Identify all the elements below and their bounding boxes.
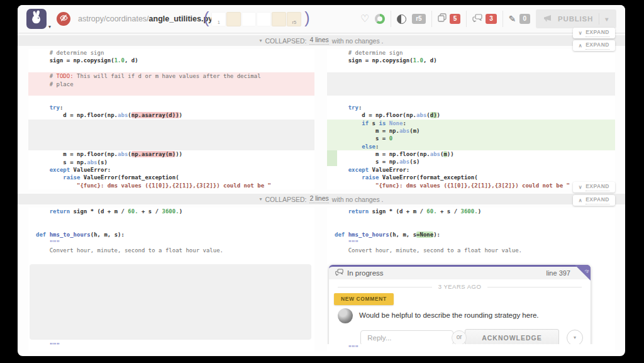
chevron-up-icon: ∧ bbox=[579, 198, 582, 203]
publish-caret-icon[interactable]: ▾ bbox=[605, 16, 609, 23]
diff-line-old[interactable]: # determine sign bbox=[28, 49, 314, 57]
files-count-badge: 5 bbox=[450, 14, 461, 24]
diff-line-new bbox=[327, 65, 615, 72]
chat-bubbles-icon bbox=[472, 13, 482, 25]
diff-line-old[interactable]: raise ValueError(format_exception( bbox=[28, 174, 314, 181]
revision-segment[interactable] bbox=[242, 12, 256, 26]
diff-line-new bbox=[327, 72, 615, 96]
app-window: ▾ astropy/coordinates/angle_utilities.py… bbox=[18, 5, 625, 356]
diff-line-new[interactable]: m = np.floor(np.abs(m)) bbox=[327, 150, 615, 158]
publish-button[interactable]: PUBLISH ▾ bbox=[536, 9, 616, 28]
diff-line-old bbox=[28, 215, 314, 223]
diff-line-old[interactable]: except ValueError: bbox=[28, 166, 314, 174]
eye-off-icon bbox=[60, 13, 68, 25]
diff-line-new[interactable]: sign = np.copysign(1.0, d) bbox=[327, 57, 615, 64]
diff-line-old bbox=[28, 96, 314, 103]
diff-line-new bbox=[327, 223, 615, 231]
diff-line-old[interactable]: d = np.floor(np.abs(np.asarray(d))) bbox=[28, 111, 314, 119]
contrast-icon[interactable] bbox=[397, 14, 406, 24]
diff-line-new[interactable]: return sign * (d + m / 60. + s / 3600.) bbox=[327, 208, 615, 215]
diff-line-new[interactable]: Convert hour, minute, second to a float … bbox=[327, 247, 615, 254]
diff-line-old[interactable]: def hms_to_hours(h, m, s): bbox=[28, 231, 314, 238]
expand-label: EXPAND bbox=[586, 196, 609, 204]
heart-icon[interactable]: ♡ bbox=[360, 14, 369, 24]
new-comment-badge: NEW COMMENT bbox=[334, 293, 394, 304]
expand-down-button[interactable]: ∨ EXPAND bbox=[573, 182, 615, 193]
diff-line-old[interactable]: """ bbox=[28, 342, 314, 349]
diff-line-old[interactable]: s = np.abs(s) bbox=[28, 159, 314, 166]
diff-line-old[interactable]: """ bbox=[28, 239, 314, 247]
collapsed-suffix: with no changes . bbox=[332, 196, 384, 203]
diff-line-new[interactable]: except ValueError: bbox=[327, 166, 615, 174]
reply-input[interactable] bbox=[360, 330, 453, 344]
revision-badge[interactable]: r5 bbox=[412, 14, 425, 24]
revision-segment[interactable] bbox=[226, 12, 241, 26]
diff-line-new[interactable]: """ bbox=[327, 344, 615, 352]
diff-column-new: # determine sign sign = np.copysign(1.0,… bbox=[327, 49, 615, 189]
diff-line-new[interactable]: else: bbox=[327, 143, 615, 150]
diff-line-old bbox=[28, 120, 314, 151]
diff-line-new bbox=[327, 96, 615, 103]
revision-segment[interactable]: 1 bbox=[211, 12, 226, 26]
diff-line-old[interactable]: m = np.floor(np.abs(np.asarray(m))) bbox=[28, 150, 314, 158]
files-icon bbox=[438, 13, 447, 25]
collapse-caret-icon: ▾ bbox=[259, 38, 262, 43]
breadcrumb[interactable]: astropy/coordinates/angle_utilities.py bbox=[78, 14, 213, 23]
diff-line-old[interactable]: sign = np.copysign(1.0, d) bbox=[28, 57, 314, 64]
diff-line-new[interactable]: # determine sign bbox=[327, 49, 615, 57]
diff-line-new[interactable]: s = 0 bbox=[327, 135, 615, 142]
mark-reviewed-button[interactable] bbox=[57, 12, 70, 26]
diff-line-new[interactable]: def hms_to_hours(h, m, s=None): bbox=[327, 231, 615, 238]
logo-menu-caret-icon: ▾ bbox=[48, 24, 51, 30]
comment-thread-header[interactable]: In progress line 397 r5 bbox=[329, 265, 591, 279]
pencil-icon: ✎ bbox=[509, 14, 516, 23]
diff-line-new[interactable]: "{func}: dms values ({1[0]},{2[1]},{3[2]… bbox=[327, 182, 615, 189]
comment-message-row: Would be helpful to describe the roundin… bbox=[329, 308, 591, 323]
diff-line-new bbox=[327, 254, 615, 262]
diff-line-new[interactable]: m = np.abs(m) bbox=[327, 127, 615, 135]
diff-line-new[interactable]: try: bbox=[327, 104, 615, 111]
reviewable-logo[interactable]: ▾ bbox=[26, 9, 47, 29]
expand-up-button[interactable]: ∧ EXPAND bbox=[573, 40, 615, 51]
diff-line-new[interactable]: """ bbox=[327, 239, 615, 247]
collapse-comment-button[interactable]: ▾ bbox=[567, 330, 583, 344]
diff-line-new[interactable]: s = np.abs(s) bbox=[327, 158, 615, 165]
revision-segment[interactable] bbox=[272, 12, 286, 26]
discussions-count-badge: 3 bbox=[486, 14, 497, 24]
revision-segment[interactable]: r5 bbox=[287, 12, 301, 26]
diff-line-old[interactable]: # place bbox=[28, 81, 314, 88]
discussions-button[interactable]: 3 bbox=[472, 13, 497, 25]
progress-donut-icon[interactable] bbox=[375, 14, 385, 24]
expand-down-button[interactable]: ∨ EXPAND bbox=[573, 28, 615, 38]
drafts-button[interactable]: ✎ 0 bbox=[509, 14, 530, 24]
collapsed-lines-bar[interactable]: ▾COLLAPSED:2 lineswith no changes . bbox=[18, 194, 625, 204]
diff-line-old bbox=[28, 65, 314, 72]
acknowledge-button[interactable]: ACKNOWLEDGE bbox=[465, 329, 559, 344]
chevron-down-icon: ∨ bbox=[579, 184, 582, 190]
publish-divider bbox=[599, 13, 599, 25]
expand-up-button[interactable]: ∧ EXPAND bbox=[573, 195, 615, 206]
diff-line-old[interactable] bbox=[28, 88, 314, 96]
breadcrumb-path[interactable]: astropy/coordinates/ bbox=[78, 14, 149, 23]
diff-line-old[interactable]: "{func}: dms values ({1[0]},{2[1]},{3[2]… bbox=[28, 182, 314, 189]
comment-thread: In progress line 397 r5 3 YEARS AGO NEW … bbox=[329, 265, 591, 344]
comment-age: 3 YEARS AGO bbox=[432, 283, 488, 291]
diff-line-new[interactable]: raise ValueError(format_exception( bbox=[327, 174, 615, 181]
diff-line-old[interactable]: # TODO: This will fail if d or m have va… bbox=[28, 72, 314, 80]
collapsed-placeholder bbox=[30, 264, 311, 340]
changed-files-button[interactable]: 5 bbox=[438, 13, 461, 25]
comment-slot[interactable]: In progress line 397 r5 3 YEARS AGO NEW … bbox=[327, 262, 615, 344]
diff-line-new[interactable]: d = np.floor(np.abs(d)) bbox=[327, 111, 615, 119]
toolbar-divider bbox=[431, 11, 432, 27]
avatar[interactable] bbox=[338, 308, 353, 323]
revision-segments: 1r5 bbox=[211, 12, 302, 26]
collapsed-lines-bar[interactable]: ▾COLLAPSED:4 lineswith no changes . bbox=[18, 35, 625, 46]
diff-line-old[interactable]: try: bbox=[28, 104, 314, 111]
chat-bubbles-icon bbox=[335, 269, 343, 277]
revision-picker-open-paren: ( bbox=[201, 9, 211, 29]
chevron-up-icon: ∧ bbox=[579, 43, 582, 48]
diff-line-old[interactable]: Convert hour, minute, second to a float … bbox=[28, 247, 314, 254]
revision-segment[interactable] bbox=[257, 12, 271, 26]
diff-line-old[interactable]: return sign * (d + m / 60. + s / 3600.) bbox=[28, 208, 314, 215]
diff-line-new[interactable]: if s is None: bbox=[327, 120, 615, 127]
